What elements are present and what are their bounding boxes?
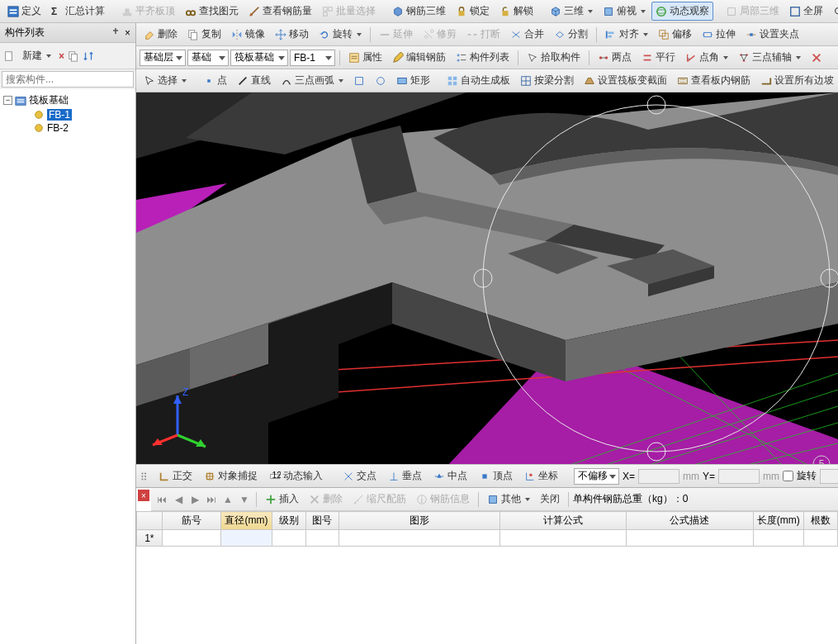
grid-close-button[interactable]: × bbox=[138, 490, 149, 501]
col-rownum[interactable] bbox=[137, 512, 163, 530]
sort-icon[interactable] bbox=[83, 50, 94, 62]
col-diameter[interactable]: 直径(mm) bbox=[221, 512, 272, 530]
trim-button[interactable]: 修剪 bbox=[419, 25, 461, 44]
close-panel-icon[interactable]: × bbox=[125, 27, 130, 39]
type-combo[interactable]: 筏板基础 bbox=[230, 50, 288, 66]
nav-last-button[interactable]: ⏭ bbox=[204, 492, 219, 507]
cell[interactable] bbox=[339, 530, 499, 547]
cell[interactable] bbox=[305, 530, 339, 547]
delete-icon[interactable]: × bbox=[59, 50, 64, 62]
sigma-button[interactable]: Σ汇总计算 bbox=[47, 2, 109, 21]
category-combo[interactable]: 基础 bbox=[187, 50, 229, 66]
break-button[interactable]: 打断 bbox=[462, 25, 504, 44]
top-snap-button[interactable]: 顶点 bbox=[475, 466, 517, 485]
row-number-cell[interactable]: 1* bbox=[137, 530, 163, 547]
rect-button[interactable]: 矩形 bbox=[392, 71, 434, 90]
lock-button[interactable]: 锁定 bbox=[452, 2, 494, 21]
find-graph-button[interactable]: 查找图元 bbox=[181, 2, 243, 21]
three-axis-button[interactable]: 三点辅轴 bbox=[734, 48, 805, 67]
3d-viewport[interactable]: Z 5 bbox=[136, 92, 838, 464]
view-inboard-button[interactable]: 查看板内钢筋 bbox=[673, 71, 755, 90]
other-button[interactable]: 其他 bbox=[483, 490, 534, 509]
select-button[interactable]: 选择 bbox=[140, 71, 191, 90]
rebar-info-button[interactable]: i钢筋信息 bbox=[412, 490, 474, 509]
copy-button[interactable]: 复制 bbox=[183, 25, 225, 44]
stretch-button[interactable]: 拉伸 bbox=[698, 25, 740, 44]
set-varsec-button[interactable]: 设置筏板变截面 bbox=[580, 71, 671, 90]
merge-button[interactable]: 合并 bbox=[506, 25, 548, 44]
cell[interactable] bbox=[272, 530, 305, 547]
pin-icon[interactable] bbox=[111, 27, 120, 36]
dynamic-observe-button[interactable]: 动态观察 bbox=[651, 2, 713, 21]
table-row[interactable]: 1* bbox=[137, 530, 838, 547]
rebar-3d-button[interactable]: 钢筋三维 bbox=[388, 2, 450, 21]
rotate-checkbox[interactable] bbox=[783, 471, 793, 481]
split-button[interactable]: 分割 bbox=[550, 25, 592, 44]
extra1-button[interactable] bbox=[349, 73, 369, 89]
instance-combo[interactable]: FB-1 bbox=[290, 50, 335, 66]
three-d-button[interactable]: 三维 bbox=[546, 2, 597, 21]
offset-mode-combo[interactable]: 不偏移 bbox=[574, 468, 619, 485]
tree-item-fb2[interactable]: FB-2 bbox=[3, 121, 132, 135]
tree-root[interactable]: − 筏板基础 bbox=[3, 92, 132, 108]
pick-comp-button[interactable]: 拾取构件 bbox=[523, 48, 585, 67]
col-shape[interactable]: 图形 bbox=[339, 512, 499, 530]
copy-small-icon[interactable] bbox=[68, 50, 79, 62]
unlock-button[interactable]: 解锁 bbox=[495, 2, 537, 21]
col-grade[interactable]: 级别 bbox=[272, 512, 305, 530]
bird-view-button[interactable]: 俯视 bbox=[599, 2, 650, 21]
cross-snap-button[interactable]: 交点 bbox=[339, 466, 381, 485]
extra2-button[interactable] bbox=[371, 73, 391, 89]
mirror-button[interactable]: 镜像 bbox=[227, 25, 269, 44]
scale-rebar-button[interactable]: 缩尺配筋 bbox=[348, 490, 410, 509]
nav-up-button[interactable]: ▲ bbox=[220, 492, 235, 507]
arc-button[interactable]: 三点画弧 bbox=[277, 71, 348, 90]
new-button[interactable]: 新建 bbox=[18, 46, 55, 65]
dyn-input-button[interactable]: 12动态输入 bbox=[265, 466, 327, 485]
beam-split-button[interactable]: 按梁分割 bbox=[516, 71, 578, 90]
col-formula[interactable]: 计算公式 bbox=[499, 512, 626, 530]
view-rebar-button[interactable]: 查看钢筋量 bbox=[244, 2, 316, 21]
col-drawnum[interactable]: 图号 bbox=[305, 512, 339, 530]
edit-rebar-button[interactable]: 编辑钢筋 bbox=[388, 48, 450, 67]
comp-list-button[interactable]: 构件列表 bbox=[452, 48, 514, 67]
auto-gen-button[interactable]: 自动生成板 bbox=[443, 71, 514, 90]
tree-item-fb1[interactable]: FB-1 bbox=[3, 108, 132, 121]
cell[interactable] bbox=[162, 530, 221, 547]
set-grip-button[interactable]: 设置夹点 bbox=[741, 25, 803, 44]
pt-angle-button[interactable]: 点角 bbox=[681, 48, 732, 67]
nav-first-button[interactable]: ⏮ bbox=[154, 492, 169, 507]
extend-button[interactable]: 延伸 bbox=[375, 25, 417, 44]
cell[interactable] bbox=[499, 530, 626, 547]
x-field[interactable] bbox=[638, 469, 679, 484]
fullscreen-button[interactable]: 全屏 bbox=[785, 2, 827, 21]
two-pt-button[interactable]: 两点 bbox=[594, 48, 636, 67]
floor-combo[interactable]: 基础层 bbox=[140, 50, 186, 66]
mid-snap-button[interactable]: 中点 bbox=[429, 466, 471, 485]
delete-axis-button[interactable] bbox=[807, 50, 826, 66]
search-input[interactable] bbox=[2, 71, 134, 88]
rotate-button[interactable]: 旋转 bbox=[315, 25, 366, 44]
flatten-button[interactable]: 平齐板顶 bbox=[117, 2, 179, 21]
collapse-icon[interactable]: − bbox=[3, 96, 12, 105]
batch-select-button[interactable]: 批量选择 bbox=[318, 2, 380, 21]
grid-insert-button[interactable]: 插入 bbox=[261, 490, 303, 509]
point-button[interactable]: 点 bbox=[199, 71, 231, 90]
coord-button[interactable]: 坐标 bbox=[520, 466, 562, 485]
osnap-button[interactable]: 对象捕捉 bbox=[200, 466, 262, 485]
col-barnum[interactable]: 筋号 bbox=[162, 512, 221, 530]
col-desc[interactable]: 公式描述 bbox=[627, 512, 753, 530]
perp-snap-button[interactable]: 垂点 bbox=[384, 466, 426, 485]
line-button[interactable]: 直线 bbox=[233, 71, 275, 90]
col-length[interactable]: 长度(mm) bbox=[753, 512, 803, 530]
local-3d-button[interactable]: 局部三维 bbox=[722, 2, 784, 21]
ortho-button[interactable]: 正交 bbox=[154, 466, 196, 485]
handle-icon[interactable] bbox=[140, 471, 151, 482]
cell-selected[interactable] bbox=[221, 530, 272, 547]
parallel-button[interactable]: 平行 bbox=[637, 48, 679, 67]
grid-close2-button[interactable]: 关闭 bbox=[536, 490, 564, 509]
grid-delete-button[interactable]: 删除 bbox=[305, 490, 347, 509]
align-button[interactable]: 对齐 bbox=[601, 25, 652, 44]
zoom-button[interactable]: 缩放 bbox=[829, 2, 838, 21]
offset-button[interactable]: 偏移 bbox=[654, 25, 696, 44]
